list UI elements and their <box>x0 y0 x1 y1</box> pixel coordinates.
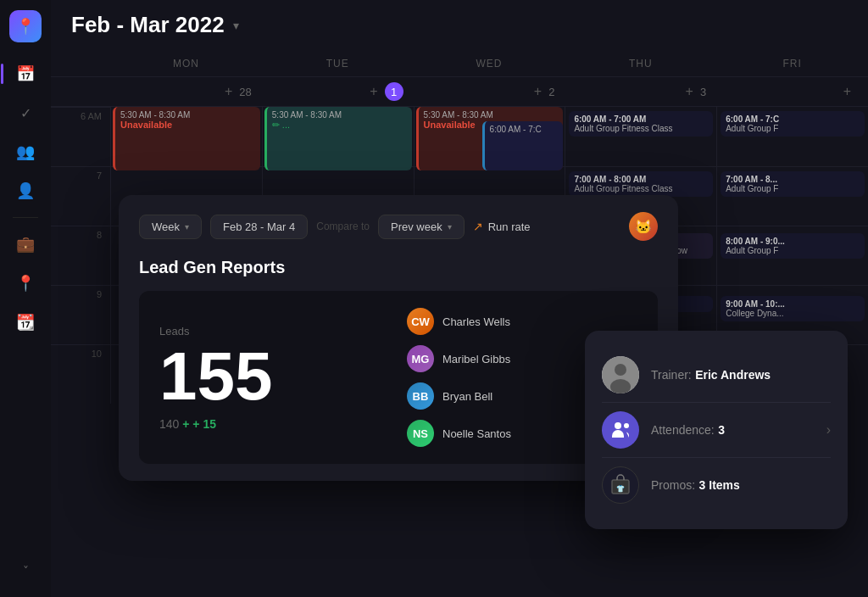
promos-value: 3 Items <box>699 478 740 492</box>
sidebar-item-calendar[interactable]: 📅 <box>9 58 42 90</box>
add-fri-btn[interactable]: + <box>843 84 851 99</box>
time-7am: 7 <box>51 166 110 226</box>
sidebar-item-users[interactable]: 👥 <box>9 136 42 168</box>
time-6am: 6 AM <box>51 107 110 166</box>
trainer-row: Trainer: Eric Andrews <box>602 348 831 403</box>
location-icon: 📍 <box>16 274 35 293</box>
tue-date: 1 <box>385 82 403 101</box>
tue-event-dots: ✏ ... <box>272 120 407 131</box>
chevron-down-icon: ˅ <box>23 564 29 577</box>
sidebar-more[interactable]: ˅ <box>9 555 42 587</box>
compare-to-label: Compare to <box>316 220 370 232</box>
main-content: Feb - Mar 2022 ▾ MON TUE WED THU FRI + 2… <box>51 0 868 597</box>
day-num-tue[interactable]: + 1 <box>262 77 414 106</box>
header: Feb - Mar 2022 ▾ <box>51 0 868 50</box>
thu-event1-time: 6:00 AM - 7:00 AM <box>574 114 708 124</box>
day-num-fri[interactable]: + <box>716 77 868 106</box>
thu-event-1[interactable]: 6:00 AM - 7:00 AM Adult Group Fitness Cl… <box>569 111 713 137</box>
tue-event-1[interactable]: 5:30 AM - 8:30 AM ✏ ... <box>264 107 412 170</box>
wed-event-time: 5:30 AM - 8:30 AM <box>424 110 559 120</box>
calendar2-icon: 📆 <box>16 313 35 332</box>
lead-avatar-2: MG <box>407 345 434 372</box>
tue-event-time: 5:30 AM - 8:30 AM <box>272 110 407 120</box>
fri-event2-time: 7:00 AM - 8... <box>726 175 860 184</box>
sidebar-item-calendar2[interactable]: 📆 <box>9 306 42 338</box>
lead-name-1: Charles Wells <box>442 315 510 328</box>
fri-event-4[interactable]: 9:00 AM - 10:... College Dyna... <box>721 296 865 321</box>
leads-plus: + <box>182 417 192 431</box>
lead-name-4: Noelle Santos <box>442 427 511 440</box>
add-wed-btn[interactable]: + <box>534 84 542 99</box>
run-rate-label: Run rate <box>488 220 531 233</box>
svg-text:👕: 👕 <box>616 484 625 493</box>
fri-event3-title: Adult Group F <box>726 246 860 255</box>
fri-event-3[interactable]: 8:00 AM - 9:0... Adult Group F <box>721 233 865 259</box>
lead-name-3: Bryan Bell <box>442 390 492 403</box>
fri-event-1[interactable]: 6:00 AM - 7:C Adult Group F <box>721 111 865 137</box>
add-tue-btn[interactable]: + <box>370 84 377 99</box>
mon-event-time: 5:30 AM - 8:30 AM <box>120 110 255 120</box>
lead-avatar-1: CW <box>407 308 434 335</box>
day-headers: MON TUE WED THU FRI <box>51 51 868 77</box>
sidebar-more-btn[interactable]: ˅ <box>9 555 42 587</box>
attendence-info: Attendence: 3 <box>651 422 725 438</box>
prev-week-label: Prev week <box>391 220 442 233</box>
leads-number: 155 <box>159 343 390 410</box>
thu-event-2[interactable]: 7:00 AM - 8:00 AM Adult Group Fitness Cl… <box>569 171 713 197</box>
add-thu-btn[interactable]: + <box>686 84 693 99</box>
day-header-fri: FRI <box>716 51 868 76</box>
sidebar-item-location[interactable]: 📍 <box>9 267 42 299</box>
run-rate-icon: ↗ <box>473 220 483 233</box>
user-avatar-btn[interactable]: 🐱 <box>629 212 658 241</box>
day-header-mon: MON <box>110 51 262 76</box>
attendence-arrow-icon[interactable]: › <box>826 422 831 438</box>
promos-info: Promos: 3 Items <box>651 477 740 493</box>
promos-row[interactable]: 👕 Promos: 3 Items <box>602 458 831 512</box>
time-column: 6 AM 7 8 9 10 <box>51 107 110 404</box>
mon-event-title: Unavailable <box>120 120 255 130</box>
title-chevron-icon[interactable]: ▾ <box>233 19 239 32</box>
time-number-cell <box>51 77 110 106</box>
leads-left: Leads 155 140 + + 15 <box>159 325 390 431</box>
week-selector-btn[interactable]: Week ▾ <box>139 215 202 239</box>
day-header-tue: TUE <box>262 51 414 76</box>
time-col-header <box>51 51 110 76</box>
prev-week-btn[interactable]: Prev week ▾ <box>378 215 465 239</box>
session-popup: Trainer: Eric Andrews Attendence: 3 › <box>585 331 848 529</box>
fri-event-2[interactable]: 7:00 AM - 8... Adult Group F <box>721 171 865 197</box>
sidebar-item-bag[interactable]: 💼 <box>9 228 42 260</box>
fri-event4-title: College Dyna... <box>726 309 860 318</box>
day-num-thu[interactable]: + 3 <box>565 77 716 106</box>
thu-date: 3 <box>700 86 706 98</box>
promos-label: Promos: <box>651 478 695 492</box>
leads-label: Leads <box>159 325 390 338</box>
app-logo[interactable]: 📍 <box>9 10 42 42</box>
check-icon: ✓ <box>20 105 31 121</box>
time-10am: 10 <box>51 344 110 404</box>
sidebar-divider <box>13 217 38 218</box>
mon-event-unavailable[interactable]: 5:30 AM - 8:30 AM Unavailable <box>113 107 260 170</box>
trainer-info: Trainer: Eric Andrews <box>651 367 771 382</box>
thu-event2-time: 7:00 AM - 8:00 AM <box>574 175 708 184</box>
fri-event4-time: 9:00 AM - 10:... <box>726 299 860 309</box>
calendar-icon: 📅 <box>16 64 35 83</box>
sidebar-item-check[interactable]: ✓ <box>9 97 42 129</box>
day-num-mon[interactable]: + 28 <box>110 77 262 106</box>
run-rate-btn[interactable]: ↗ Run rate <box>473 220 531 233</box>
sidebar-item-person[interactable]: 👤 <box>9 175 42 207</box>
attendence-label: Attendence: <box>651 423 715 437</box>
attendence-value: 3 <box>718 423 725 437</box>
add-mon-btn[interactable]: + <box>225 84 232 99</box>
attendence-row[interactable]: Attendence: 3 › <box>602 403 831 458</box>
svg-point-4 <box>624 423 629 428</box>
page-title: Feb - Mar 2022 <box>71 12 225 38</box>
svg-point-1 <box>615 364 626 376</box>
date-range-btn[interactable]: Feb 28 - Mar 4 <box>210 215 308 239</box>
wed-event-2[interactable]: 6:00 AM - 7:C <box>482 121 564 170</box>
leads-base: 140 <box>159 417 179 431</box>
trainer-name: Eric Andrews <box>695 368 771 382</box>
mon-date: 28 <box>239 86 251 98</box>
thu-event1-title: Adult Group Fitness Class <box>574 124 708 133</box>
day-num-wed[interactable]: + 2 <box>414 77 565 106</box>
week-label: Week <box>152 220 180 233</box>
